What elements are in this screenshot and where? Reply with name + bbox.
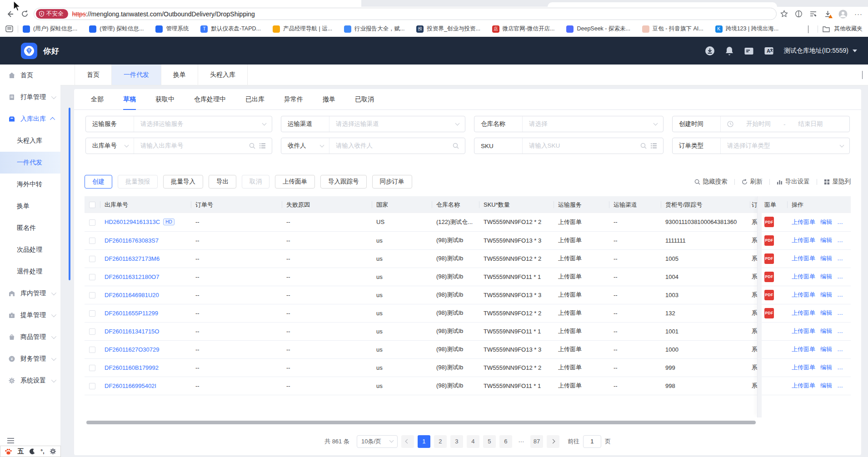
sidebar-item-3[interactable]: 库内管理 [0,283,60,304]
row-more-link[interactable]: … [837,291,843,298]
pdf-icon[interactable]: PDF [764,217,774,227]
filter-shipping-service[interactable]: 运输服务 请选择运输服务 [85,116,272,132]
status-tab-2[interactable]: 获取中 [155,89,175,109]
pdf-icon[interactable]: PDF [764,308,774,318]
outbound-no-link[interactable]: DF260116312180O7 [105,273,159,280]
upload-label-button[interactable]: 上传面单 [275,175,315,189]
sidebar-subitem-4[interactable]: 匿名件 [0,217,60,239]
filter-shipping-channel[interactable]: 运输渠道 请选择运输渠道 [281,116,465,132]
page-button-5[interactable]: 5 [483,435,496,448]
row-more-link[interactable]: … [837,382,843,389]
filter-outbound-no[interactable]: 出库单号 请输入出库单号 [85,138,272,154]
row-upload-label-link[interactable]: 上传面单 [792,237,815,243]
sidebar-item-7[interactable]: 系统设置 [0,370,60,392]
ime-punctuation-toggle[interactable]: °, [40,448,44,455]
bookmark-star-icon[interactable] [780,10,788,18]
notification-bell-icon[interactable] [725,46,734,56]
pdf-icon[interactable]: PDF [764,235,774,246]
row-checkbox[interactable] [89,383,95,389]
horizontal-scrollbar-thumb[interactable] [86,421,756,424]
tab-relabel[interactable]: 换单 [161,65,198,85]
status-tab-4[interactable]: 已出库 [245,89,264,109]
column-visibility-button[interactable]: 显隐列 [824,178,851,186]
row-edit-link[interactable]: 编辑 [820,291,832,298]
tab-first-leg-inbound[interactable]: 头程入库 [198,65,248,85]
hide-search-button[interactable]: 隐藏搜索 [694,178,728,186]
status-tab-0[interactable]: 全部 [91,89,104,109]
bookmark-item[interactable]: 管理系统 [155,25,189,33]
row-more-link[interactable]: … [837,364,843,371]
row-checkbox[interactable] [89,328,95,335]
bookmarks-overflow-icon[interactable] [808,25,808,33]
sidebar-subitem-6[interactable]: 退件处理 [0,261,60,283]
batch-import-button[interactable]: 批量导入 [163,175,203,189]
cancel-button[interactable]: 取消 [242,175,269,189]
status-tab-5[interactable]: 异常件 [284,89,303,109]
tab-dropshipping[interactable]: 一件代发 [112,65,161,85]
outbound-no-link[interactable]: DF26011655P11299 [105,310,158,317]
row-checkbox[interactable] [89,292,95,298]
outbound-no-link[interactable]: DF2601160B179992 [105,364,159,371]
row-edit-link[interactable]: 编辑 [820,364,832,371]
collections-icon[interactable] [809,10,817,18]
status-tab-3[interactable]: 仓库处理中 [194,89,226,109]
row-checkbox[interactable] [89,256,95,262]
goto-page-input[interactable]: 1 [583,435,601,448]
batch-list-icon[interactable] [651,143,657,149]
pdf-icon[interactable]: PDF [764,290,774,300]
browser-menu-icon[interactable]: ··· [854,10,863,18]
row-checkbox[interactable] [89,347,95,353]
batch-forecast-button[interactable]: 批量预报 [118,175,158,189]
row-upload-label-link[interactable]: 上传面单 [792,273,815,280]
row-upload-label-link[interactable]: 上传面单 [792,309,815,316]
ime-settings-gear-icon[interactable] [50,448,56,455]
filter-recipient[interactable]: 收件人 请输入收件人 [281,138,465,154]
sidebar-subitem-3[interactable]: 换单 [0,195,60,217]
sidebar-item-0[interactable]: 首页 [0,65,60,86]
sidebar-subitem-2[interactable]: 海外中转 [0,174,60,195]
status-tab-1[interactable]: 草稿 [123,89,136,109]
row-more-link[interactable]: … [837,255,843,262]
bookmark-item[interactable]: 豆包 - 抖音旗下 AI... [642,25,703,33]
sidebar-item-5[interactable]: 商品管理 [0,326,60,348]
create-button[interactable]: 创建 [85,175,112,189]
select-all-checkbox[interactable] [89,202,95,208]
row-checkbox[interactable] [89,274,95,280]
export-settings-button[interactable]: 导出设置 [777,178,810,186]
row-upload-label-link[interactable]: 上传面单 [792,346,815,353]
sidebar-item-1[interactable]: 打单管理 [0,86,60,108]
bookmark-item[interactable]: 行业报告大全，赋... [344,25,404,33]
batch-list-icon[interactable] [259,143,266,149]
row-edit-link[interactable]: 编辑 [820,382,832,389]
search-icon[interactable] [249,143,255,149]
page-button-6[interactable]: 6 [499,435,512,448]
row-checkbox[interactable] [89,219,95,226]
row-edit-link[interactable]: 编辑 [820,273,832,280]
sidebar-collapse-icon[interactable] [7,438,14,443]
refresh-button[interactable]: 刷新 [742,178,763,186]
outbound-no-link[interactable]: DF26011646981U20 [105,292,159,298]
page-button-2[interactable]: 2 [434,435,447,448]
other-favorites-label[interactable]: 其他收藏夹 [834,25,863,33]
outbound-no-link[interactable]: DF260116327173M6 [105,255,160,262]
outbound-no-link[interactable]: HD2601294161313C [105,219,160,225]
bookmark-item[interactable]: T 默认仪表盘-TAPD... [200,25,261,33]
app-logo[interactable] [21,43,37,59]
export-button[interactable]: 导出 [209,175,236,189]
row-edit-link[interactable]: 编辑 [820,219,832,225]
status-tab-7[interactable]: 已取消 [355,89,374,109]
pdf-icon[interactable]: PDF [764,253,774,264]
tab-home[interactable]: 首页 [75,65,112,85]
search-icon[interactable] [640,143,647,149]
sidebar-subitem-0[interactable]: 头程入库 [0,130,60,152]
sidebar-item-2[interactable]: 入库出库 [0,108,60,130]
page-size-select[interactable]: 10条/页 [357,435,398,448]
tab-list-chevron-icon[interactable] [862,71,863,79]
download-center-icon[interactable] [705,46,715,56]
not-secure-badge[interactable]: 不安全 [36,9,68,19]
bookmark-item[interactable]: DeepSeek - 探索未... [566,25,630,33]
row-upload-label-link[interactable]: 上传面单 [792,291,815,298]
row-edit-link[interactable]: 编辑 [820,328,832,334]
row-edit-link[interactable]: 编辑 [820,309,832,316]
ime-paw-icon[interactable] [5,448,12,455]
